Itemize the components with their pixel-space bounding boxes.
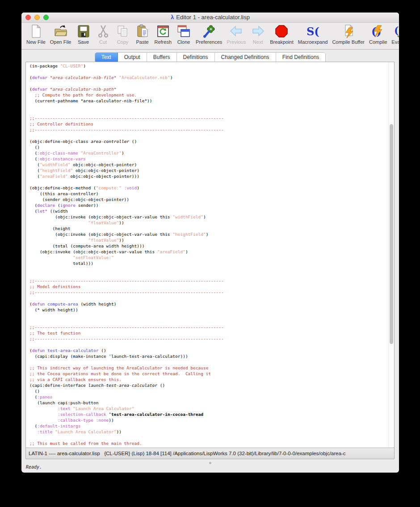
code-line: "floatValue")): [29, 237, 388, 243]
code-line: ;; Controller definitions: [29, 121, 388, 127]
compile-icon: (): [370, 24, 386, 39]
toolbar-label-compile: Compile: [369, 39, 387, 45]
code-line: (defun test-area-calculator (): [29, 348, 388, 353]
toolbar-button-clone[interactable]: Clone: [176, 24, 191, 45]
window-title-group: λEditor 1 - area-calculator.lisp: [21, 13, 399, 22]
clone-icon: [176, 24, 191, 39]
code-line: ("areaField" objc:objc-object-pointer))): [29, 173, 388, 179]
toolbar-label-clone: Clone: [177, 39, 190, 45]
toolbar-button-paste[interactable]: Paste: [135, 24, 150, 45]
echo-area: Ready.: [21, 461, 399, 473]
code-line: total))): [29, 260, 388, 266]
code-line: (current-pathname *area-calculator-nib-f…: [29, 98, 388, 104]
preferences-icon: [202, 24, 217, 39]
toolbar-label-cut: Cut: [99, 39, 107, 45]
code-line: (defvar *area-calculator-nib-path*: [29, 86, 388, 92]
code-line: [29, 313, 388, 318]
code-line: (in-package "CL-USER"): [29, 63, 388, 69]
code-line: (launch capi:push-button: [29, 400, 388, 406]
toolbar-button-copy: Copy: [115, 24, 130, 45]
code-line: (defvar *area-calculator-nib-file* "Area…: [29, 75, 388, 80]
tab-text[interactable]: Text: [95, 53, 118, 63]
toolbar-button-save[interactable]: Save: [76, 24, 91, 45]
code-line: ;; the Cocoa operations must be done in …: [29, 371, 388, 377]
code-line: ;; via a CAPI callback ensures this.: [29, 377, 388, 382]
evaluate-icon: (): [394, 24, 399, 39]
save-icon: [76, 24, 91, 39]
code-line: [29, 69, 388, 75]
tab-definitions[interactable]: Definitions: [177, 53, 215, 63]
code-line: :text "Launch Area Calculator": [29, 406, 388, 411]
code-line: (let* ((width: [29, 208, 388, 214]
toolbar-label-preferences: Preferences: [196, 39, 222, 45]
toolbar-label-evaluate: Evaluate: [391, 39, 399, 45]
code-line: ;; Compute the path for development use.: [29, 92, 388, 98]
code-line: (): [29, 144, 388, 150]
code-line: [29, 318, 388, 324]
toolbar-button-refresh[interactable]: Refresh: [155, 24, 172, 45]
code-line: (objc:invoke (objc:objc-object-var-value…: [29, 214, 388, 220]
code-line: [29, 266, 388, 272]
tab-buffers[interactable]: Buffers: [147, 53, 177, 63]
toolbar-button-breakpoint[interactable]: Breakpoint: [270, 24, 294, 45]
code-line: ("heightField" objc:objc-object-pointer): [29, 168, 388, 173]
vertical-scrollbar[interactable]: [388, 62, 394, 448]
status-bar: LATIN-1 ---- area-calculator.lisp {CL-US…: [26, 448, 394, 459]
window-title: Editor 1 - area-calculator.lisp: [176, 14, 250, 21]
editor-text-area[interactable]: (in-package "CL-USER") (defvar *area-cal…: [26, 62, 388, 448]
code-line: ;;--------------------------------------…: [29, 127, 388, 133]
toolbar-label-macroexpand: Macroexpand: [298, 39, 328, 45]
refresh-icon: [155, 24, 171, 39]
code-line: "floatValue")): [29, 220, 388, 226]
code-line: ("widthField" objc:objc-object-pointer): [29, 162, 388, 168]
code-line: [29, 133, 388, 138]
code-line: :selection-callback 'test-area-calculato…: [29, 411, 388, 417]
code-line: :title "Launch Area Calculator")): [29, 429, 388, 435]
toolbar-label-compile-buffer: Compile Buffer: [332, 39, 365, 45]
scrollbar-thumb[interactable]: [390, 124, 393, 344]
toolbar-button-cut: Cut: [96, 24, 111, 45]
code-line: (height: [29, 226, 388, 231]
toolbar-button-compile[interactable]: ()Compile: [369, 24, 387, 45]
desktop-background: λEditor 1 - area-calculator.lisp New Fil…: [0, 0, 420, 507]
toolbar-label-copy: Copy: [117, 39, 129, 45]
code-line: [29, 109, 388, 115]
code-line: ;; Model definitions: [29, 284, 388, 289]
next-icon: [250, 24, 265, 39]
code-line: [29, 179, 388, 185]
code-line: (sender objc:objc-object-pointer)): [29, 197, 388, 202]
toolbar-label-new-file: New File: [26, 39, 46, 45]
toolbar-label-next: Next: [253, 39, 263, 45]
tab-find-definitions[interactable]: Find Definitions: [276, 53, 326, 63]
toolbar-button-next: Next: [250, 24, 265, 45]
toolbar-button-preferences[interactable]: Preferences: [196, 24, 222, 45]
toolbar-label-open-file: Open File: [50, 39, 71, 45]
echo-text: Ready.: [26, 465, 42, 469]
toolbar-button-open-file[interactable]: Open File: [50, 24, 71, 45]
code-line: (objc:invoke (objc:objc-object-var-value…: [29, 231, 388, 237]
open-file-icon: [53, 24, 68, 39]
code-line: ((this area-controller): [29, 191, 388, 197]
toolbar-button-macroexpand[interactable]: S()Macroexpand: [298, 24, 328, 45]
code-line: (* width height)): [29, 307, 388, 313]
toolbar-label-previous: Previous: [227, 39, 246, 45]
code-line: (:objc-instance-vars: [29, 156, 388, 162]
code-line: "setFloatValue:": [29, 255, 388, 260]
code-line: (:default-initargs: [29, 423, 388, 429]
code-line: ;;--------------------------------------…: [29, 324, 388, 330]
code-line: :callback-type :none)): [29, 417, 388, 423]
code-line: (capi:define-interface launch-test-area-…: [29, 382, 388, 388]
toolbar-button-compile-buffer[interactable]: Compile Buffer: [332, 24, 365, 45]
toolbar-button-new-file[interactable]: New File: [26, 24, 46, 45]
code-line: ;; The test function: [29, 330, 388, 336]
tab-changed-definitions[interactable]: Changed Definitions: [215, 53, 276, 63]
toolbar-label-refresh: Refresh: [155, 39, 172, 45]
macroexpand-icon: S(): [305, 24, 320, 39]
lispworks-lambda-icon: λ: [171, 14, 174, 21]
previous-icon: [229, 24, 244, 39]
status-text: LATIN-1 ---- area-calculator.lisp {CL-US…: [29, 451, 345, 456]
paste-icon: [135, 24, 150, 39]
toolbar-button-evaluate[interactable]: ()Evaluate: [391, 24, 399, 45]
tab-output[interactable]: Output: [118, 53, 147, 63]
svg-text:S(): S(): [307, 25, 320, 38]
